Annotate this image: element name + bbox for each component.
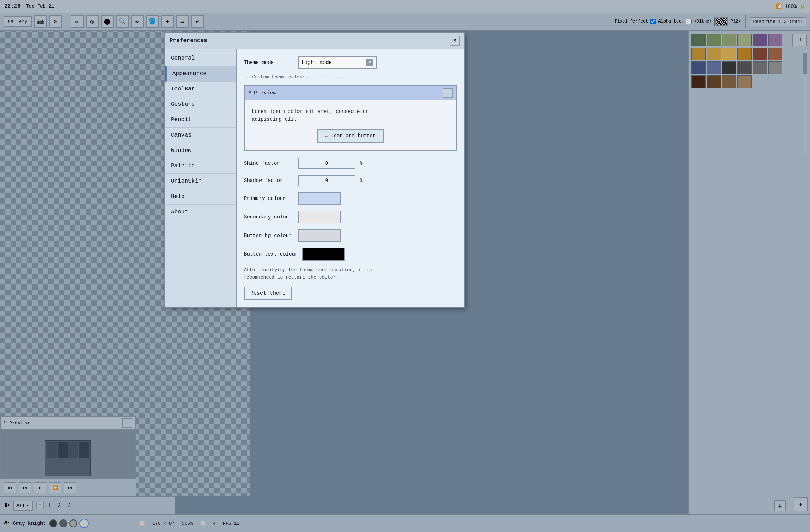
button-text-colour-swatch[interactable] [302,248,345,261]
primary-colour-row: Primary colour [244,192,457,205]
theme-mode-select[interactable]: Light mode ▼ [298,56,377,69]
shadow-factor-row: Shadow factor % [244,175,457,186]
dialog-content: Theme mode Light mode ▼ -- Custom theme … [237,49,464,307]
preview-options-button[interactable]: ⋯ [443,88,453,98]
shadow-factor-input[interactable] [298,175,355,186]
custom-theme-divider: -- Custom theme colours ----------------… [244,74,457,80]
shine-factor-label: Shine factor [244,161,294,166]
preview-options-icon: ⋯ [446,90,449,96]
nav-item-canvas[interactable]: Canvas [165,128,236,143]
button-bg-colour-label: Button bg colour [244,233,294,238]
preview-label: Preview [254,90,276,96]
shine-factor-input[interactable]: 0 [298,158,355,169]
primary-colour-swatch[interactable] [298,192,341,205]
preview-pencil-icon: ✏ [325,133,328,139]
shadow-factor-unit: % [360,178,362,183]
theme-mode-value: Light mode [302,60,332,65]
nav-item-about[interactable]: About [165,205,236,220]
button-text-colour-row: Button text colour [244,248,457,261]
nav-item-palette[interactable]: Palette [165,158,236,174]
resize-handle-icon: ⌟ [451,142,454,148]
nav-item-appearance[interactable]: Appearance [165,66,236,82]
shine-factor-unit: % [360,161,362,166]
shadow-factor-label: Shadow factor [244,178,294,183]
secondary-colour-label: Secondary colour [244,214,294,220]
preview-box-header: ⠿ Preview ⋯ [245,86,456,100]
preview-icon-button[interactable]: ✏ Icon and button [317,129,384,143]
dialog-titlebar: Preferences × [165,33,464,49]
theme-mode-label: Theme mode [244,60,294,65]
preview-lorem-text: Lorem ipsum dolor sit amet, consectetur … [252,108,449,124]
nav-item-gesture[interactable]: Gesture [165,97,236,112]
theme-mode-row: Theme mode Light mode ▼ [244,56,457,69]
dialog-sidebar: General Appearance ToolBar Gesture Penci… [165,49,237,307]
preview-button-label: Icon and button [331,133,376,139]
nav-item-toolbar[interactable]: ToolBar [165,82,236,97]
nav-item-onionskin[interactable]: OnionSkin [165,174,236,189]
primary-colour-label: Primary colour [244,196,294,201]
nav-item-general[interactable]: General [165,51,236,66]
preview-button-container: ✏ Icon and button [252,129,449,143]
theme-preview-box: ⠿ Preview ⋯ Lorem ipsum dolor sit amet, … [244,85,457,151]
nav-item-pencil[interactable]: Pencil [165,112,236,128]
grid-dots-icon: ⠿ [248,90,252,96]
preview-box-content: Lorem ipsum dolor sit amet, consectetur … [245,100,456,150]
preferences-dialog: Preferences × General Appearance ToolBar… [164,32,465,308]
preview-header-left: ⠿ Preview [248,90,276,96]
nav-item-help[interactable]: Help [165,189,236,205]
secondary-colour-row: Secondary colour [244,211,457,223]
reset-theme-button[interactable]: Reset theme [244,287,292,300]
secondary-colour-swatch[interactable] [298,211,341,223]
notice-text: After modifying the theme configuration,… [244,266,457,281]
preview-box-wrapper: Lorem ipsum dolor sit amet, consectetur … [245,100,456,150]
nav-item-window[interactable]: Window [165,143,236,158]
dialog-close-button[interactable]: × [450,36,460,46]
shine-factor-row: Shine factor 0 % [244,158,457,169]
dialog-body: General Appearance ToolBar Gesture Penci… [165,49,464,307]
button-bg-colour-row: Button bg colour [244,229,457,242]
dialog-title: Preferences [169,38,207,44]
button-bg-colour-swatch[interactable] [298,229,341,242]
button-text-colour-label: Button text colour [244,251,298,257]
theme-mode-arrow: ▼ [366,59,373,66]
